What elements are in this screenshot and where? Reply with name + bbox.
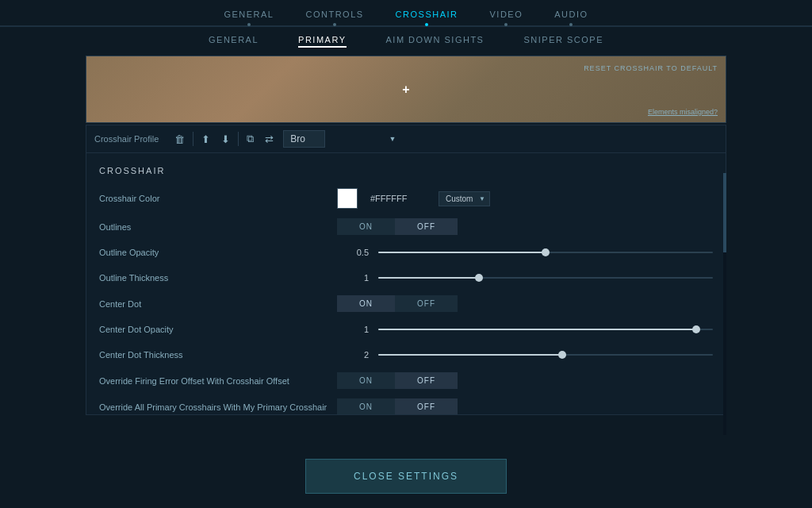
close-settings-wrap: CLOSE SETTINGS xyxy=(0,444,812,508)
setting-label-crosshair-color: Crosshair Color xyxy=(99,194,337,203)
profile-row: Crosshair Profile 🗑 ⬆ ⬇ ⧉ ⇄ Bro xyxy=(86,125,726,153)
settings-panel[interactable]: CROSSHAIR Crosshair Color #FFFFFF Custom… xyxy=(86,153,726,415)
slider-track xyxy=(378,329,713,330)
crosshair-symbol: + xyxy=(402,83,409,97)
sub-nav-general[interactable]: GENERAL xyxy=(209,35,259,48)
sub-nav-primary[interactable]: PRIMARY xyxy=(298,35,346,48)
icon-divider xyxy=(193,132,193,146)
profile-dropdown[interactable]: Bro xyxy=(283,130,325,148)
setting-outline-opacity: Outline Opacity 0.5 xyxy=(99,240,713,265)
center-dot-toggle: On Off xyxy=(337,295,458,312)
elements-misaligned-link[interactable]: Elements misaligned? xyxy=(648,108,718,116)
color-type-wrap: Custom xyxy=(439,190,490,206)
setting-label-outlines: Outlines xyxy=(99,222,337,232)
color-type-select[interactable]: Custom xyxy=(439,191,490,206)
icon-divider-2 xyxy=(238,132,239,146)
profile-paste-button[interactable]: ⇄ xyxy=(262,132,277,147)
setting-label-override-firing: Override Firing Error Offset With Crossh… xyxy=(99,376,337,386)
profile-upload-button[interactable]: ⬆ xyxy=(198,132,213,147)
sub-nav-sniper-scope[interactable]: SNIPER SCOPE xyxy=(523,35,603,48)
center-dot-on-button[interactable]: On xyxy=(337,295,395,312)
main-content: + RESET CROSSHAIR TO DEFAULT Elements mi… xyxy=(0,56,812,415)
profile-select-wrap: Bro xyxy=(283,130,402,148)
setting-label-outline-thickness: Outline Thickness xyxy=(99,273,337,283)
profile-delete-button[interactable]: 🗑 xyxy=(171,132,188,147)
setting-center-dot-opacity: Center Dot Opacity 1 xyxy=(99,317,713,342)
center-dot-controls: On Off xyxy=(337,295,713,312)
setting-outlines: Outlines On Off xyxy=(99,214,713,240)
slider-thumb xyxy=(542,248,550,256)
profile-download-button[interactable]: ⬇ xyxy=(218,132,233,147)
top-nav: GENERAL CONTROLS CROSSHAIR VIDEO AUDIO xyxy=(0,0,812,26)
setting-override-firing: Override Firing Error Offset With Crossh… xyxy=(99,368,713,394)
slider-thumb xyxy=(558,351,566,359)
outline-opacity-value: 0.5 xyxy=(337,248,369,257)
crosshair-section-title: CROSSHAIR xyxy=(99,166,713,175)
override-all-controls: On Off xyxy=(337,398,713,415)
override-firing-off-button[interactable]: Off xyxy=(395,372,458,389)
override-all-off-button[interactable]: Off xyxy=(395,398,458,415)
setting-crosshair-color: Crosshair Color #FFFFFF Custom xyxy=(99,183,713,214)
center-dot-opacity-slider[interactable] xyxy=(378,323,713,336)
setting-label-outline-opacity: Outline Opacity xyxy=(99,248,337,257)
scrollbar-thumb[interactable] xyxy=(723,173,726,252)
setting-label-center-dot-thickness: Center Dot Thickness xyxy=(99,350,337,360)
slider-thumb xyxy=(692,325,700,333)
profile-icons: 🗑 ⬆ ⬇ ⧉ ⇄ xyxy=(171,131,277,147)
profile-copy-button[interactable]: ⧉ xyxy=(243,131,257,147)
crosshair-preview-area: + RESET CROSSHAIR TO DEFAULT Elements mi… xyxy=(86,56,726,123)
top-nav-general[interactable]: GENERAL xyxy=(224,6,274,22)
color-controls: #FFFFFF Custom xyxy=(337,188,713,209)
slider-track xyxy=(378,354,713,356)
override-all-on-button[interactable]: On xyxy=(337,398,395,415)
slider-fill xyxy=(378,252,546,253)
outlines-off-button[interactable]: Off xyxy=(395,218,458,235)
color-hex-value: #FFFFFF xyxy=(370,194,426,203)
center-dot-off-button[interactable]: Off xyxy=(395,295,458,312)
outline-thickness-slider[interactable] xyxy=(378,271,713,284)
override-all-toggle: On Off xyxy=(337,398,458,415)
top-nav-video[interactable]: VIDEO xyxy=(490,6,523,22)
center-dot-opacity-value: 1 xyxy=(337,325,369,334)
reset-crosshair-button[interactable]: RESET CROSSHAIR TO DEFAULT xyxy=(584,64,718,72)
center-dot-thickness-value: 2 xyxy=(337,350,369,360)
setting-outline-thickness: Outline Thickness 1 xyxy=(99,265,713,291)
outlines-on-button[interactable]: On xyxy=(337,218,395,235)
override-firing-controls: On Off xyxy=(337,372,713,389)
setting-center-dot-thickness: Center Dot Thickness 2 xyxy=(99,342,713,368)
sub-nav-aim-down-sights[interactable]: AIM DOWN SIGHTS xyxy=(386,35,485,48)
outlines-toggle: On Off xyxy=(337,218,458,235)
setting-label-center-dot: Center Dot xyxy=(99,299,337,309)
outline-opacity-slider[interactable] xyxy=(378,246,713,259)
slider-fill xyxy=(378,329,696,330)
setting-label-center-dot-opacity: Center Dot Opacity xyxy=(99,325,337,334)
center-dot-thickness-slider[interactable] xyxy=(378,348,713,361)
slider-thumb xyxy=(475,274,483,282)
sub-nav: GENERAL PRIMARY AIM DOWN SIGHTS SNIPER S… xyxy=(0,27,812,56)
top-nav-crosshair[interactable]: CROSSHAIR xyxy=(396,6,458,22)
scrollbar-track xyxy=(723,173,726,435)
close-settings-button[interactable]: CLOSE SETTINGS xyxy=(305,459,507,494)
override-firing-toggle: On Off xyxy=(337,372,458,389)
slider-track xyxy=(378,277,713,279)
color-swatch[interactable] xyxy=(337,188,358,209)
override-firing-on-button[interactable]: On xyxy=(337,372,395,389)
setting-label-override-all: Override All Primary Crosshairs With My … xyxy=(99,402,337,412)
top-nav-controls[interactable]: CONTROLS xyxy=(305,6,363,22)
slider-fill xyxy=(378,277,479,279)
outline-thickness-value: 1 xyxy=(337,273,369,283)
top-nav-audio[interactable]: AUDIO xyxy=(554,6,588,22)
setting-center-dot: Center Dot On Off xyxy=(99,291,713,317)
slider-track xyxy=(378,252,713,253)
slider-fill xyxy=(378,354,562,356)
profile-label: Crosshair Profile xyxy=(94,134,159,144)
outlines-controls: On Off xyxy=(337,218,713,235)
setting-override-all: Override All Primary Crosshairs With My … xyxy=(99,394,713,415)
